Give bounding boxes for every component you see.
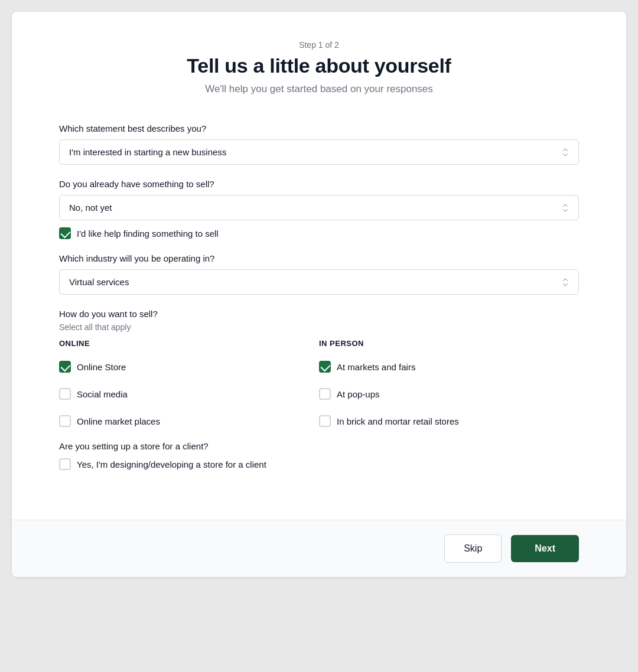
help-finding-label[interactable]: I'd like help finding something to sell <box>77 229 219 239</box>
online-header: ONLINE <box>59 339 319 348</box>
online-options: Online Store Social media Online market … <box>59 354 319 427</box>
client-store-label[interactable]: Yes, I'm designing/developing a store fo… <box>77 459 266 469</box>
header-section: Step 1 of 2 Tell us a little about yours… <box>59 40 579 95</box>
markets-fairs-label[interactable]: At markets and fairs <box>337 362 415 372</box>
social-media-checkbox[interactable] <box>59 388 71 400</box>
question-1-label: Which statement best describes you? <box>59 123 579 133</box>
page-container: Step 1 of 2 Tell us a little about yours… <box>12 12 626 577</box>
inperson-column: IN PERSON At markets and fairs At pop-up… <box>319 339 579 427</box>
online-option-2-row: Social media <box>59 388 319 400</box>
main-content: Step 1 of 2 Tell us a little about yours… <box>12 12 626 520</box>
question-2-section: Do you already have something to sell? N… <box>59 179 579 239</box>
question-2-select[interactable]: No, not yet Yes, I have products I have … <box>59 195 579 220</box>
online-marketplaces-label[interactable]: Online market places <box>77 416 160 426</box>
inperson-header: IN PERSON <box>319 339 579 348</box>
question-4-instruction: Select all that apply <box>59 322 579 332</box>
question-2-label: Do you already have something to sell? <box>59 179 579 189</box>
question-4-section: How do you want to sell? Select all that… <box>59 309 579 427</box>
help-finding-checkbox[interactable] <box>59 227 71 239</box>
pop-ups-checkbox[interactable] <box>319 388 331 400</box>
q2-checkbox-row: I'd like help finding something to sell <box>59 227 579 239</box>
skip-button[interactable]: Skip <box>444 534 502 563</box>
question-3-label: Which industry will you be operating in? <box>59 253 579 263</box>
online-option-3-row: Online market places <box>59 415 319 427</box>
social-media-label[interactable]: Social media <box>77 389 128 399</box>
brick-mortar-label[interactable]: In brick and mortar retail stores <box>337 416 459 426</box>
page-title: Tell us a little about yourself <box>59 54 579 77</box>
footer-section: Skip Next <box>12 520 626 577</box>
question-5-section: Are you setting up a store for a client?… <box>59 441 579 470</box>
inperson-options: At markets and fairs At pop-ups In brick… <box>319 354 579 427</box>
question-3-section: Which industry will you be operating in?… <box>59 253 579 295</box>
question-1-select[interactable]: I'm interested in starting a new busines… <box>59 139 579 165</box>
inperson-option-3-row: In brick and mortar retail stores <box>319 415 579 427</box>
inperson-option-1-row: At markets and fairs <box>319 361 579 373</box>
question-4-label: How do you want to sell? <box>59 309 579 319</box>
online-store-label[interactable]: Online Store <box>77 362 126 372</box>
question-5-label: Are you setting up a store for a client? <box>59 441 579 451</box>
online-store-checkbox[interactable] <box>59 361 71 373</box>
sell-options-grid: ONLINE Online Store Social media Onli <box>59 339 579 427</box>
online-marketplaces-checkbox[interactable] <box>59 415 71 427</box>
online-column: ONLINE Online Store Social media Onli <box>59 339 319 427</box>
pop-ups-label[interactable]: At pop-ups <box>337 389 380 399</box>
q5-checkbox-row: Yes, I'm designing/developing a store fo… <box>59 458 579 470</box>
inperson-option-2-row: At pop-ups <box>319 388 579 400</box>
client-store-checkbox[interactable] <box>59 458 71 470</box>
next-button[interactable]: Next <box>511 535 579 562</box>
page-subtitle: We'll help you get started based on your… <box>59 83 579 95</box>
question-3-select[interactable]: Virtual services Retail Food & Beverage … <box>59 269 579 295</box>
step-label: Step 1 of 2 <box>59 40 579 50</box>
markets-fairs-checkbox[interactable] <box>319 361 331 373</box>
online-option-1-row: Online Store <box>59 361 319 373</box>
question-1-section: Which statement best describes you? I'm … <box>59 123 579 165</box>
brick-mortar-checkbox[interactable] <box>319 415 331 427</box>
